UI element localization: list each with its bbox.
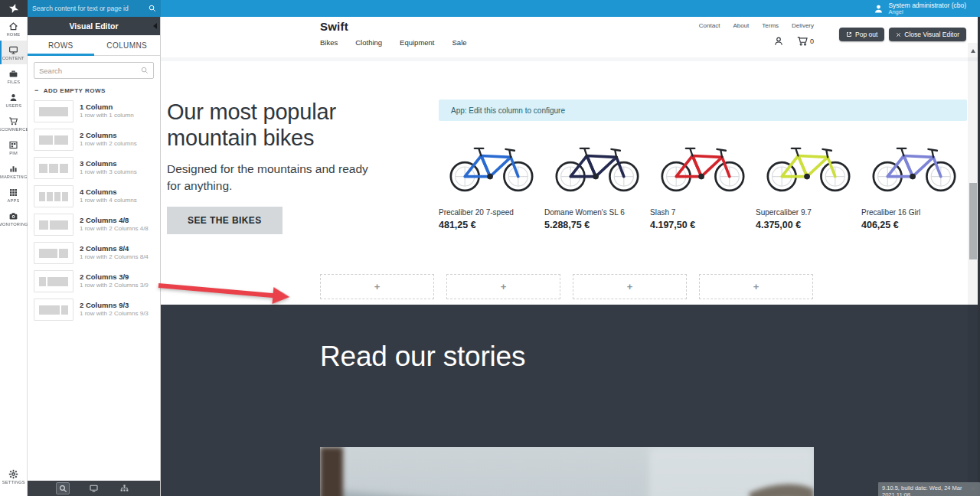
search-icon <box>141 67 149 74</box>
nav-equipment[interactable]: Equipment <box>400 38 434 47</box>
collapse-panel-icon[interactable] <box>153 23 157 29</box>
rail-item-pim[interactable]: PIM <box>0 135 27 159</box>
editor-overlay-buttons: Pop out Close Visual Editor <box>839 28 966 41</box>
rail-item-marketing[interactable]: MARKETING <box>0 159 27 183</box>
product-card[interactable]: Precaliber 20 7-speed 481,25 € <box>439 133 544 230</box>
rail-label: HOME <box>7 32 21 37</box>
row-title: 2 Columns 8/4 <box>80 244 149 253</box>
nav-clothing[interactable]: Clothing <box>355 38 382 47</box>
rail-label: MARKETING <box>0 175 27 179</box>
link-about[interactable]: About <box>733 22 749 29</box>
tab-rows[interactable]: ROWS <box>28 35 94 55</box>
rail-item-monitoring[interactable]: MONITORING <box>0 207 27 230</box>
tab-columns[interactable]: COLUMNS <box>94 35 161 55</box>
link-contact[interactable]: Contact <box>699 22 720 29</box>
rail-item-ecommerce[interactable]: ECOMMERCE <box>0 112 27 135</box>
search-icon[interactable] <box>149 5 156 12</box>
toolbar-preview-icon[interactable] <box>87 482 100 494</box>
nav-bikes[interactable]: Bikes <box>320 38 338 47</box>
rail-label: FILES <box>7 80 20 84</box>
marketing-chart-icon <box>8 164 18 174</box>
row-template-2-columns-9-3[interactable]: 2 Columns 9/31 row with 2 Columns 9/3 <box>28 295 160 324</box>
panel-search-input[interactable] <box>39 67 141 75</box>
row-template-2-columns[interactable]: 2 Columns1 row with 2 columns <box>28 126 160 154</box>
product-name: Precaliber 16 Girl <box>861 208 967 217</box>
row-title: 2 Columns 4/8 <box>80 216 149 225</box>
product-name: Domane Women's SL 6 <box>544 208 650 217</box>
panel-header: Visual Editor <box>28 17 160 35</box>
add-column-placeholder[interactable]: + <box>573 274 687 299</box>
stories-section: Read our stories <box>161 305 978 496</box>
rail-item-content[interactable]: CONTENT <box>0 41 27 64</box>
rail-item-users[interactable]: USERS <box>0 88 27 112</box>
rail-item-apps[interactable]: APPS <box>0 183 27 207</box>
row-template-2-columns-8-4[interactable]: 2 Columns 8/41 row with 2 Columns 8/4 <box>28 239 160 267</box>
preview-scrollbar[interactable] <box>968 43 978 496</box>
nav-sale[interactable]: Sale <box>452 38 467 47</box>
row-template-2-columns-4-8[interactable]: 2 Columns 4/81 row with 2 Columns 4/8 <box>28 210 160 239</box>
rail-label: APPS <box>8 198 20 203</box>
product-name: Precaliber 20 7-speed <box>439 208 544 217</box>
row-template-2-columns-3-9[interactable]: 2 Columns 3/91 row with 2 Columns 3/9 <box>28 267 160 295</box>
row-template-4-columns[interactable]: 4 Columns1 row with 4 columns <box>28 182 160 210</box>
row-title: 4 Columns <box>80 188 137 197</box>
cart-button[interactable]: 0 <box>796 35 814 47</box>
rail-item-files[interactable]: FILES <box>0 64 27 88</box>
close-visual-editor-button[interactable]: Close Visual Editor <box>889 28 966 41</box>
add-column-placeholder[interactable]: + <box>699 274 813 299</box>
row-template-3-columns[interactable]: 3 Columns1 row with 3 columns <box>28 154 160 182</box>
pop-out-button[interactable]: Pop out <box>839 28 884 41</box>
see-the-bikes-button[interactable]: SEE THE BIKES <box>167 207 283 234</box>
toolbar-search-icon[interactable] <box>56 482 70 494</box>
panel-tabs: ROWS COLUMNS <box>28 35 160 56</box>
cart-count: 0 <box>810 38 814 45</box>
close-visual-editor-label: Close Visual Editor <box>904 31 959 38</box>
product-card[interactable]: Domane Women's SL 6 5.288,75 € <box>544 133 650 230</box>
link-terms[interactable]: Terms <box>762 22 779 29</box>
rail-item-settings[interactable]: SETTINGS <box>0 465 27 488</box>
add-column-placeholder[interactable]: + <box>446 274 560 299</box>
global-search[interactable] <box>28 0 161 17</box>
app-logo[interactable] <box>0 0 28 17</box>
rail-label: MONITORING <box>0 222 28 227</box>
app-configure-notice[interactable]: App: Edit this column to configure <box>439 100 967 121</box>
add-empty-rows-section[interactable]: − ADD EMPTY ROWS <box>28 82 160 97</box>
home-icon <box>8 21 18 31</box>
product-card[interactable]: Supercaliber 9.7 4.375,00 € <box>756 133 861 230</box>
rail-label: ECOMMERCE <box>0 127 28 132</box>
row-title: 2 Columns 9/3 <box>80 301 149 310</box>
user-menu[interactable]: System administrator (cbo) Angel <box>874 2 980 15</box>
row-template-list: 1 Column1 row with 1 column 2 Columns1 r… <box>28 97 160 481</box>
account-icon[interactable] <box>773 36 784 47</box>
toolbar-sitemap-icon[interactable] <box>118 482 132 494</box>
pim-icon <box>8 140 18 150</box>
product-card[interactable]: Slash 7 4.197,50 € <box>650 133 756 230</box>
stories-heading: Read our stories <box>320 341 525 373</box>
ecommerce-cart-icon <box>8 116 18 126</box>
files-briefcase-icon <box>8 69 18 79</box>
rail-item-home[interactable]: HOME <box>0 17 27 41</box>
site-brand[interactable]: Swift <box>320 20 348 33</box>
collapse-section-icon[interactable]: − <box>34 87 39 94</box>
stories-landscape-image <box>320 447 814 496</box>
pop-out-label: Pop out <box>855 31 877 38</box>
rail-label: SETTINGS <box>2 480 24 485</box>
row-subtitle: 1 row with 2 Columns 4/8 <box>80 225 149 233</box>
global-search-input[interactable] <box>32 5 149 12</box>
add-column-placeholder[interactable]: + <box>320 274 434 299</box>
product-image-bike <box>650 133 756 201</box>
hero-paragraph: Designed for the mountains and ready for… <box>167 161 385 194</box>
product-card[interactable]: Precaliber 16 Girl 406,25 € <box>861 133 967 230</box>
pop-out-icon <box>846 31 852 38</box>
panel-search[interactable] <box>34 62 154 79</box>
close-icon <box>896 32 901 38</box>
rail-label: USERS <box>5 103 21 108</box>
site-header-icons: 0 <box>773 35 814 47</box>
hero-heading: Our most popular mountain bikes <box>167 100 420 151</box>
row-thumbnail <box>34 100 74 122</box>
row-thumbnail <box>34 185 74 207</box>
row-title: 2 Columns 3/9 <box>80 272 149 282</box>
link-delivery[interactable]: Delivery <box>792 22 814 29</box>
row-title: 3 Columns <box>80 159 137 168</box>
row-template-1-column[interactable]: 1 Column1 row with 1 column <box>28 97 160 126</box>
